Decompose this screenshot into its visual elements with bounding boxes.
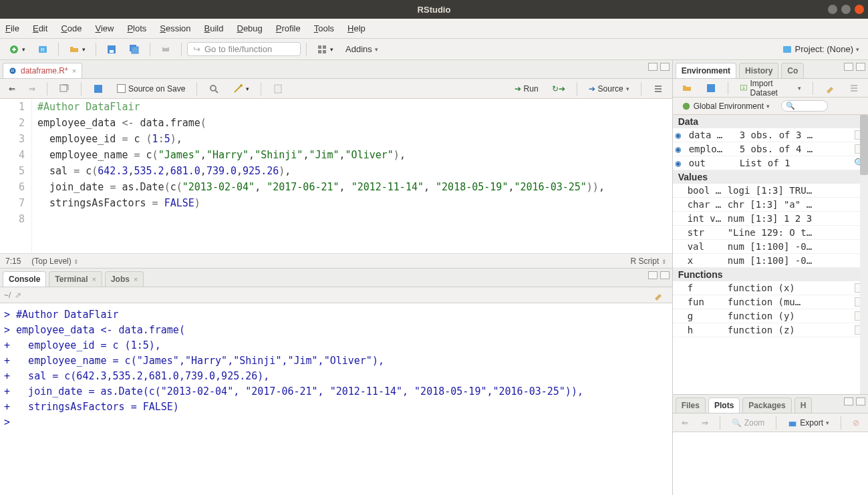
plots-tab-files[interactable]: Files	[676, 397, 706, 413]
open-file-button[interactable]: ▾	[64, 42, 90, 57]
load-workspace-button[interactable]	[677, 81, 697, 96]
env-row[interactable]: str"Line 129: O t…	[673, 226, 868, 240]
env-list-view-button[interactable]	[844, 81, 864, 96]
window-close[interactable]	[855, 5, 864, 14]
window-minimize[interactable]	[828, 5, 837, 14]
env-scope-selector[interactable]: Global Environment	[677, 99, 774, 114]
minimize-env-icon[interactable]	[844, 63, 853, 71]
export-button[interactable]: Export	[783, 416, 834, 430]
close-tab-icon[interactable]: ×	[134, 275, 138, 283]
menu-build[interactable]: Build	[204, 23, 224, 33]
env-row[interactable]: ◉data_…3 obs. of 3 …	[673, 128, 868, 142]
save-button[interactable]	[102, 42, 122, 57]
remove-plot-button[interactable]: ⊘	[848, 416, 864, 430]
show-in-new-window-button[interactable]	[54, 81, 74, 96]
env-row[interactable]: xnum [1:100] -0…	[673, 254, 868, 268]
back-button[interactable]: ⇐	[4, 82, 20, 96]
environment-list[interactable]: Data◉data_…3 obs. of 3 …◉emplo…5 obs. of…	[673, 115, 868, 394]
env-row[interactable]: ffunction (x)	[673, 281, 868, 295]
source-button[interactable]: ➔ Source	[584, 82, 634, 96]
env-tab-history[interactable]: History	[739, 63, 778, 78]
close-tab-icon[interactable]: ×	[92, 275, 96, 283]
plot-prev-button[interactable]: ⇐	[677, 416, 693, 430]
env-search-input[interactable]: 🔍	[781, 100, 828, 112]
source-tab-dataframe[interactable]: R dataframe.R* ×	[3, 63, 82, 78]
console-tab-jobs[interactable]: Jobs ×	[105, 271, 144, 287]
menu-debug[interactable]: Debug	[237, 23, 263, 33]
env-row[interactable]: funfunction (mu…	[673, 295, 868, 309]
save-workspace-button[interactable]	[701, 81, 721, 96]
code-tools-button[interactable]: ▾	[228, 81, 254, 96]
env-row[interactable]: char_…chr [1:3] "a" …	[673, 198, 868, 212]
env-tab-co[interactable]: Co	[781, 63, 804, 78]
window-maximize[interactable]	[841, 5, 851, 14]
run-arrow-icon: ➔	[515, 84, 521, 94]
console-tab-terminal[interactable]: Terminal ×	[49, 271, 102, 287]
env-row[interactable]: bool_…logi [1:3] TRU…	[673, 184, 868, 198]
compile-report-button[interactable]	[268, 81, 288, 96]
plots-toolbar: ⇐ ⇒ 🔍 Zoom Export ⊘	[673, 414, 868, 432]
new-project-button[interactable]: R	[33, 42, 53, 57]
console-output[interactable]: > #Author DataFlair > employee_data <- d…	[0, 303, 672, 495]
expand-icon[interactable]: ◉	[676, 158, 685, 168]
plot-next-button[interactable]: ⇒	[697, 416, 713, 430]
code-area[interactable]: #Author DataFlair employee_data <- data.…	[32, 99, 672, 253]
svg-point-19	[240, 84, 243, 87]
project-menu[interactable]: Project: (None)	[777, 42, 864, 57]
menu-profile[interactable]: Profile	[276, 23, 301, 33]
env-row[interactable]: hfunction (z)	[673, 323, 868, 337]
env-tab-environment[interactable]: Environment	[676, 63, 736, 78]
minimize-pane-icon[interactable]	[648, 63, 658, 71]
goto-file-input[interactable]: ↪ Go to file/function	[187, 42, 301, 56]
minimize-plots-icon[interactable]	[844, 397, 853, 405]
menu-tools[interactable]: Tools	[314, 23, 334, 33]
env-row[interactable]: valnum [1:100] -0…	[673, 240, 868, 254]
maximize-pane-icon[interactable]	[660, 63, 670, 71]
env-row[interactable]: ◉emplo…5 obs. of 4 …	[673, 142, 868, 156]
svg-point-23	[682, 102, 690, 110]
outline-button[interactable]	[648, 81, 668, 96]
rerun-button[interactable]: ↻➔	[547, 82, 570, 96]
addins-button[interactable]: Addins	[341, 42, 383, 56]
new-file-button[interactable]: ▾	[4, 42, 30, 57]
env-row[interactable]: int_v…num [1:3] 1 2 3	[673, 212, 868, 226]
menu-code[interactable]: Code	[61, 23, 82, 33]
maximize-console-icon[interactable]	[660, 271, 670, 279]
find-button[interactable]	[204, 81, 224, 96]
source-on-save-checkbox[interactable]: Source on Save	[112, 82, 190, 96]
plots-tab-packages[interactable]: Packages	[742, 397, 791, 413]
minimize-console-icon[interactable]	[648, 271, 658, 279]
env-row[interactable]: gfunction (y)	[673, 309, 868, 323]
env-scrollbar[interactable]	[860, 115, 868, 394]
grid-button[interactable]: ▾	[312, 42, 338, 57]
env-var-name: fun	[676, 297, 725, 307]
menu-file[interactable]: File	[5, 23, 19, 33]
plots-tab-h[interactable]: H	[794, 397, 813, 413]
menu-session[interactable]: Session	[160, 23, 190, 33]
plots-tab-plots[interactable]: Plots	[708, 397, 740, 413]
import-dataset-button[interactable]: Import Dataset	[735, 77, 807, 100]
forward-button[interactable]: ⇒	[24, 82, 40, 96]
run-button[interactable]: ➔ Run	[510, 82, 543, 96]
code-editor[interactable]: 12345678 #Author DataFlair employee_data…	[0, 99, 672, 253]
expand-icon[interactable]: ◉	[676, 130, 685, 140]
file-type-selector[interactable]: R Script ⇕	[631, 257, 667, 266]
clear-console-button[interactable]	[648, 288, 668, 303]
print-button[interactable]	[156, 42, 176, 57]
save-source-button[interactable]	[88, 81, 108, 96]
console-wd-popout-icon[interactable]: ⇗	[15, 291, 21, 300]
maximize-env-icon[interactable]	[856, 63, 865, 71]
console-tab-console[interactable]: Console	[3, 271, 46, 287]
expand-icon[interactable]: ◉	[676, 144, 685, 154]
env-row[interactable]: ◉outList of 1🔍	[673, 156, 868, 170]
clear-env-button[interactable]	[820, 81, 840, 96]
close-tab-icon[interactable]: ×	[72, 67, 76, 75]
maximize-plots-icon[interactable]	[856, 397, 865, 405]
save-all-button[interactable]	[124, 42, 144, 57]
menu-edit[interactable]: Edit	[33, 23, 47, 33]
menu-plots[interactable]: Plots	[127, 23, 146, 33]
menu-help[interactable]: Help	[347, 23, 366, 33]
scope-selector[interactable]: (Top Level) ⇕	[31, 257, 79, 266]
zoom-button[interactable]: 🔍 Zoom	[727, 416, 770, 430]
menu-view[interactable]: View	[95, 23, 114, 33]
